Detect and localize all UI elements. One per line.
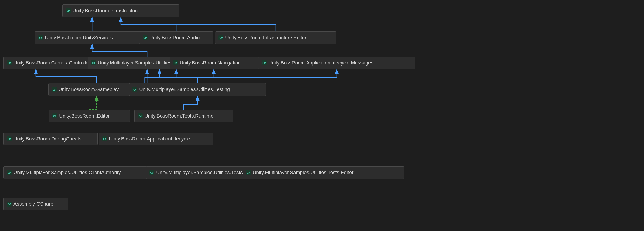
- svg-text:C#: C#: [247, 171, 250, 174]
- cs-icon: C#: [149, 170, 154, 175]
- svg-text:C#: C#: [52, 88, 56, 91]
- cs-icon: C#: [138, 113, 142, 118]
- node-label-assembly: Assembly-CSharp: [14, 201, 53, 207]
- node-label-msu_tests_editor: Unity.Multiplayer.Samples.Utilities.Test…: [252, 170, 354, 175]
- cs-icon: C#: [52, 113, 57, 118]
- cs-icon: C#: [218, 35, 224, 40]
- node-msu_tests_editor[interactable]: C# Unity.Multiplayer.Samples.Utilities.T…: [242, 166, 404, 179]
- cs-icon: C#: [246, 170, 251, 175]
- svg-text:C#: C#: [150, 171, 154, 174]
- cs-icon: C#: [102, 136, 107, 141]
- node-navigation[interactable]: C# Unity.BossRoom.Navigation: [170, 57, 258, 69]
- node-label-tests_runtime: Unity.BossRoom.Tests.Runtime: [144, 113, 214, 119]
- cs-icon: C#: [7, 136, 12, 141]
- svg-text:C#: C#: [39, 36, 42, 40]
- node-tests_runtime[interactable]: C# Unity.BossRoom.Tests.Runtime: [134, 110, 233, 122]
- node-label-applifecycle: Unity.BossRoom.ApplicationLifecycle: [109, 136, 190, 142]
- cs-icon: C#: [262, 61, 266, 65]
- svg-text:C#: C#: [138, 115, 142, 118]
- svg-text:C#: C#: [8, 62, 11, 65]
- node-infrastructure[interactable]: C# Unity.BossRoom.Infrastructure: [62, 5, 179, 17]
- node-label-appmessages: Unity.BossRoom.ApplicationLifecycle.Mess…: [268, 60, 374, 66]
- node-label-debugcheats: Unity.BossRoom.DebugCheats: [14, 136, 82, 142]
- svg-text:C#: C#: [8, 137, 11, 141]
- svg-text:C#: C#: [53, 115, 56, 118]
- svg-text:C#: C#: [92, 62, 95, 65]
- svg-text:C#: C#: [134, 88, 137, 91]
- node-assembly[interactable]: C# Assembly-CSharp: [3, 198, 68, 210]
- node-unityservices[interactable]: C# Unity.BossRoom.UnityServices: [35, 32, 149, 44]
- node-appmessages[interactable]: C# Unity.BossRoom.ApplicationLifecycle.M…: [258, 57, 416, 69]
- node-label-msu_testing: Unity.Multiplayer.Samples.Utilities.Test…: [139, 87, 230, 92]
- node-label-msu_client: Unity.Multiplayer.Samples.Utilities.Clie…: [14, 170, 121, 175]
- node-msu_client[interactable]: C# Unity.Multiplayer.Samples.Utilities.C…: [3, 166, 170, 179]
- cs-icon: C#: [132, 87, 138, 92]
- svg-text:C#: C#: [8, 203, 11, 206]
- cs-icon: C#: [7, 61, 12, 65]
- node-label-navigation: Unity.BossRoom.Navigation: [180, 60, 241, 66]
- svg-text:C#: C#: [8, 171, 11, 174]
- cs-icon: C#: [173, 61, 178, 65]
- node-msu_testing[interactable]: C# Unity.Multiplayer.Samples.Utilities.T…: [129, 83, 266, 96]
- node-label-gameplay: Unity.BossRoom.Gameplay: [58, 87, 119, 92]
- node-label-unityservices: Unity.BossRoom.UnityServices: [45, 35, 113, 41]
- node-label-infrastructure: Unity.BossRoom.Infrastructure: [72, 8, 140, 14]
- node-label-editor: Unity.BossRoom.Editor: [59, 113, 110, 119]
- node-label-msu: Unity.Multiplayer.Samples.Utilities: [98, 60, 171, 66]
- diagram-container: C# Unity.BossRoom.Infrastructure C# Unit…: [0, 0, 644, 231]
- cs-icon: C#: [7, 170, 12, 175]
- cs-icon: C#: [38, 35, 43, 40]
- node-label-audio: Unity.BossRoom.Audio: [149, 35, 200, 41]
- cs-icon: C#: [91, 61, 96, 65]
- svg-text:C#: C#: [103, 137, 106, 141]
- node-label-camera: Unity.BossRoom.CameraController: [14, 60, 90, 66]
- cs-icon: C#: [52, 87, 56, 92]
- cs-icon: C#: [66, 8, 71, 13]
- cs-icon: C#: [7, 201, 12, 206]
- node-audio[interactable]: C# Unity.BossRoom.Audio: [139, 32, 213, 44]
- svg-text:C#: C#: [144, 36, 147, 40]
- node-label-infra_editor: Unity.BossRoom.Infrastructure.Editor: [225, 35, 306, 41]
- node-editor[interactable]: C# Unity.BossRoom.Editor: [49, 110, 130, 122]
- node-applifecycle[interactable]: C# Unity.BossRoom.ApplicationLifecycle: [99, 133, 213, 145]
- node-infra_editor[interactable]: C# Unity.BossRoom.Infrastructure.Editor: [215, 32, 336, 44]
- node-debugcheats[interactable]: C# Unity.BossRoom.DebugCheats: [3, 133, 98, 145]
- cs-icon: C#: [142, 35, 148, 40]
- svg-text:C#: C#: [67, 10, 70, 13]
- svg-text:C#: C#: [220, 36, 223, 40]
- svg-text:C#: C#: [262, 62, 266, 65]
- svg-text:C#: C#: [174, 62, 177, 65]
